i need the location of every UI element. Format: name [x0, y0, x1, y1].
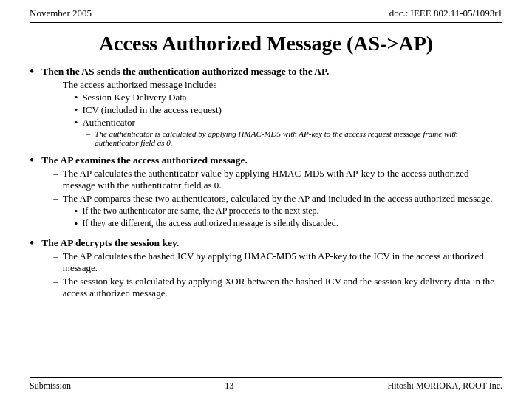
sub-sub-text: The authenticator is calculated by apply…	[95, 129, 502, 147]
sub-bullet-dot: •	[75, 117, 78, 129]
sub-text: The AP calculates the hashed ICV by appl…	[63, 250, 484, 273]
sub-text: The AP compares these two authenticators…	[63, 193, 493, 204]
bullet-dot: •	[30, 236, 34, 251]
sub-bullet-dot: •	[75, 205, 78, 217]
sub-bullet-dot: •	[75, 218, 78, 230]
dash-symbol: –	[53, 168, 58, 191]
sub-bullet-1: •ICV (included in the access request)	[75, 104, 502, 116]
sub-bullet-item-1: •If they are different, the access autho…	[75, 218, 502, 230]
sub-content: The AP calculates the hashed ICV by appl…	[63, 250, 502, 274]
header-date: November 2005	[30, 7, 92, 19]
footer-center: 13	[225, 381, 233, 392]
sub-bullet-text: If they are different, the access author…	[82, 218, 338, 230]
bullet-dot: •	[30, 64, 34, 80]
sub-text: The session key is calculated by applyin…	[63, 276, 494, 299]
sub-text: The access authorized message includes	[63, 79, 217, 90]
bullet-section-0: •Then the AS sends the authentication au…	[30, 66, 502, 147]
sub-bullet-text: If the two authenticator are same, the A…	[82, 205, 318, 217]
header: November 2005 doc.: IEEE 802.11-05/1093r…	[30, 7, 502, 23]
sub-bullet-2: •Authenticator	[75, 117, 502, 129]
bullet-main-text: The AP examines the access authorized me…	[41, 154, 502, 166]
dash-symbol: –	[53, 276, 58, 299]
dash-symbol: –	[53, 79, 58, 147]
page: November 2005 doc.: IEEE 802.11-05/1093r…	[0, 0, 532, 399]
bullet-content: The AP decrypts the session key.–The AP …	[41, 237, 502, 299]
sub-item-1: –The session key is calculated by applyi…	[53, 276, 502, 299]
dash-symbol: –	[53, 193, 58, 230]
sub-bullet-0: •Session Key Delivery Data	[75, 92, 502, 103]
sub-content: The AP calculates the authenticator valu…	[63, 168, 502, 191]
sub-bullet-dot: •	[75, 92, 78, 103]
footer-left: Submission	[30, 381, 71, 392]
sub-sub-item-0: –The authenticator is calculated by appl…	[86, 129, 502, 147]
dash-symbol: –	[53, 250, 58, 274]
content-area: •Then the AS sends the authentication au…	[30, 66, 502, 372]
sub-bullet-text: ICV (included in the access request)	[82, 104, 222, 116]
sub-bullet-text: Authenticator	[82, 117, 134, 129]
header-doc: doc.: IEEE 802.11-05/1093r1	[389, 7, 502, 19]
sub-bullet-dot: •	[75, 104, 78, 116]
bullet-content: Then the AS sends the authentication aut…	[41, 66, 502, 147]
sub-item-1: –The AP compares these two authenticator…	[53, 193, 502, 230]
sub-bullet-item-0: •If the two authenticator are same, the …	[75, 205, 502, 217]
sub-item-0: –The access authorized message includes•…	[53, 79, 502, 147]
bullet-section-2: •The AP decrypts the session key.–The AP…	[30, 237, 502, 299]
sub-content: The AP compares these two authenticators…	[63, 193, 502, 230]
bullet-content: The AP examines the access authorized me…	[41, 154, 502, 230]
sub-sub-dash: –	[86, 129, 91, 147]
page-title: Access Authorized Message (AS->AP)	[30, 32, 502, 55]
sub-item-0: –The AP calculates the authenticator val…	[53, 168, 502, 191]
sub-item-0: –The AP calculates the hashed ICV by app…	[53, 250, 502, 274]
sub-text: The AP calculates the authenticator valu…	[63, 168, 469, 191]
sub-content: The access authorized message includes•S…	[63, 79, 502, 147]
footer-right: Hitoshi MORIOKA, ROOT Inc.	[388, 381, 502, 392]
bullet-main-text: The AP decrypts the session key.	[41, 237, 502, 249]
bullet-main-text: Then the AS sends the authentication aut…	[41, 66, 502, 78]
bullet-dot: •	[30, 153, 34, 168]
footer: Submission 13 Hitoshi MORIOKA, ROOT Inc.	[30, 377, 502, 392]
sub-bullet-text: Session Key Delivery Data	[82, 92, 186, 103]
sub-content: The session key is calculated by applyin…	[63, 276, 502, 299]
bullet-section-1: •The AP examines the access authorized m…	[30, 154, 502, 230]
